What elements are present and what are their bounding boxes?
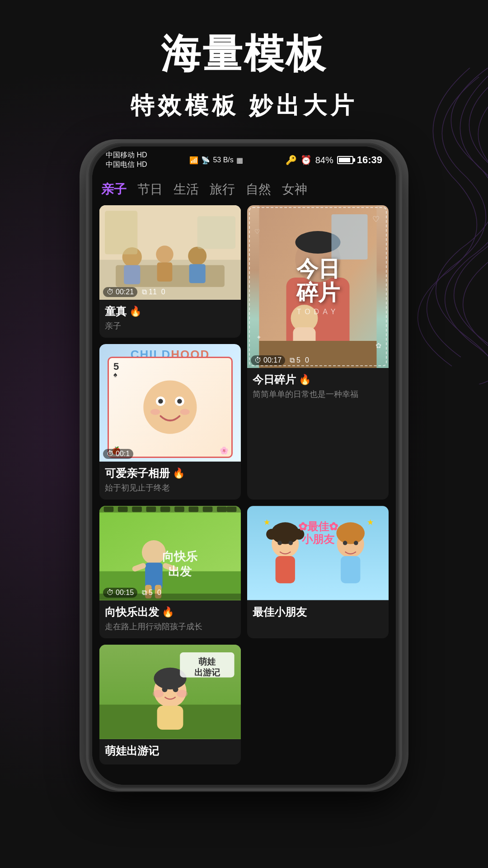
classroom-illustration <box>99 205 241 300</box>
svg-rect-69 <box>157 706 183 730</box>
likes-happy: ⧉ 5 <box>142 589 153 597</box>
likes-tongzhen: ⧉ 11 <box>142 288 157 296</box>
thumb-friends: ✿最佳✿ 小朋友 ★ ★ <box>247 506 389 600</box>
tab-nvsheng[interactable]: 女神 <box>282 181 307 198</box>
phone-screen: 中国移动 HD 中国电信 HD 📶 📡 53 B/s ▦ 🔑 ⏰ 84% 16:… <box>92 146 396 785</box>
svg-point-19 <box>143 381 197 434</box>
card-info-friends: 最佳小朋友 <box>247 600 389 626</box>
time-childhood: ⏱ 00:1 <box>103 449 133 459</box>
clock-icon-tongzhen: ⏱ <box>107 288 114 296</box>
svg-point-25 <box>180 409 190 415</box>
likes-father: ⧉ 5 <box>290 356 300 364</box>
star-deco: ✦ <box>256 334 262 341</box>
card-name-friends: 最佳小朋友 <box>253 605 383 619</box>
card-frame-childhood: 5 ♠ <box>108 357 233 458</box>
svg-rect-9 <box>105 211 137 254</box>
svg-rect-44 <box>188 507 198 512</box>
thumb-overlay-tongzhen: ⏱ 00:21 ⧉ 11 0 <box>103 287 165 297</box>
tab-shenghuo[interactable]: 生活 <box>174 181 199 198</box>
baby-face <box>121 377 219 437</box>
card-tongzhen[interactable]: ⏱ 00:21 ⧉ 11 0 <box>99 205 241 338</box>
phone-outer: 中国移动 HD 中国电信 HD 📶 📡 53 B/s ▦ 🔑 ⏰ 84% 16:… <box>86 140 402 791</box>
signal-icon: 📶 <box>189 156 198 165</box>
data-icon: ▦ <box>236 156 243 165</box>
childhood-bg: CHILDHOOD 5 ♠ <box>99 344 241 462</box>
overlay-sub-jrsuipian: TODAY <box>297 308 339 316</box>
card-jrsuipian[interactable]: 今日碎片 TODAY ♡ ♡ ✿ ✦ <box>247 205 389 500</box>
card-info-baby: 萌娃出游记 <box>99 739 241 764</box>
card-childhood[interactable]: CHILDHOOD 5 ♠ <box>99 344 241 500</box>
svg-point-24 <box>150 409 160 415</box>
svg-point-71 <box>173 687 178 692</box>
status-carriers: 中国移动 HD 中国电信 HD <box>106 151 147 170</box>
svg-text:出游记: 出游记 <box>194 668 221 677</box>
hero-subtitle: 特效模板 妙出大片 <box>0 90 488 122</box>
svg-point-60 <box>354 541 358 546</box>
time-display: 16:39 <box>357 154 382 166</box>
svg-rect-47 <box>227 507 237 512</box>
saves-tongzhen: 0 <box>161 288 165 296</box>
flower-deco: ✿ <box>375 341 381 350</box>
card-friends[interactable]: ✿最佳✿ 小朋友 ★ ★ 最佳小朋友 <box>247 506 389 638</box>
svg-rect-43 <box>174 507 184 512</box>
svg-text:✿最佳✿: ✿最佳✿ <box>298 521 338 533</box>
tab-ziran[interactable]: 自然 <box>246 181 271 198</box>
phone-mockup: 中国移动 HD 中国电信 HD 📶 📡 53 B/s ▦ 🔑 ⏰ 84% 16:… <box>86 140 402 791</box>
father-scene: 今日碎片 TODAY ♡ ♡ ✿ ✦ <box>247 205 389 368</box>
status-right: 🔑 ⏰ 84% 16:39 <box>286 154 382 166</box>
card-info-jrsuipian: 今日碎片 🔥 简简单单的日常也是一种幸福 <box>247 368 389 406</box>
svg-text:萌娃: 萌娃 <box>198 657 216 666</box>
svg-point-55 <box>288 541 293 546</box>
tab-qinzi[interactable]: 亲子 <box>101 181 127 198</box>
svg-point-52 <box>266 529 277 540</box>
thumb-jrsuipian: 今日碎片 TODAY ♡ ♡ ✿ ✦ <box>247 205 389 368</box>
svg-rect-8 <box>189 264 206 283</box>
status-bar: 中国移动 HD 中国电信 HD 📶 📡 53 B/s ▦ 🔑 ⏰ 84% 16:… <box>92 146 396 174</box>
svg-rect-39 <box>118 507 128 512</box>
svg-point-23 <box>177 399 182 404</box>
flame-icon-jrsuipian: 🔥 <box>299 374 311 386</box>
tab-lvxing[interactable]: 旅行 <box>210 181 235 198</box>
card-name-tongzhen: 童真 🔥 <box>105 304 235 319</box>
svg-rect-10 <box>197 216 235 249</box>
thumb-childhood: CHILDHOOD 5 ♠ <box>99 344 241 462</box>
svg-rect-41 <box>146 507 156 512</box>
speed-text: 53 B/s <box>213 156 233 164</box>
svg-point-58 <box>336 523 365 544</box>
svg-point-59 <box>343 541 347 546</box>
svg-point-72 <box>153 690 164 698</box>
svg-rect-42 <box>160 507 170 512</box>
battery-icon <box>337 156 353 164</box>
saves-father: 0 <box>305 356 309 364</box>
card-suit: ♠ <box>113 371 117 379</box>
card-name-baby: 萌娃出游记 <box>105 744 235 758</box>
happy-illustration: 向快乐 出发 <box>99 506 241 600</box>
time-tongzhen: ⏱ 00:21 <box>103 287 137 297</box>
heart-deco-2: ♡ <box>254 228 260 235</box>
svg-rect-38 <box>104 507 114 512</box>
svg-point-70 <box>162 687 167 692</box>
card-name-jrsuipian: 今日碎片 🔥 <box>253 373 383 387</box>
thumb-baby: 萌娃 出游记 <box>99 645 241 739</box>
svg-text:向快乐: 向快乐 <box>162 550 197 563</box>
svg-text:出发: 出发 <box>168 565 192 579</box>
thumb-overlay-father: ⏱ 00:17 ⧉ 5 0 <box>251 355 309 365</box>
flame-icon-tongzhen: 🔥 <box>129 306 141 317</box>
card-baby[interactable]: 萌娃 出游记 萌娃出游记 <box>99 645 241 764</box>
card-happy[interactable]: 向快乐 出发 <box>99 506 241 638</box>
flower-deco-bottom: 🌸 <box>220 446 229 455</box>
svg-rect-4 <box>124 265 140 284</box>
svg-rect-46 <box>217 507 227 512</box>
thumb-overlay-happy: ⏱ 00:15 ⧉ 5 0 <box>103 588 161 598</box>
thumb-tongzhen: ⏱ 00:21 ⧉ 11 0 <box>99 205 241 300</box>
svg-rect-45 <box>203 507 213 512</box>
tab-jieri[interactable]: 节日 <box>137 181 163 198</box>
lock-icon: 🔑 <box>286 155 297 165</box>
card-info-tongzhen: 童真 🔥 亲子 <box>99 300 241 338</box>
svg-rect-57 <box>341 556 360 583</box>
alarm-icon: ⏰ <box>300 155 312 165</box>
thumb-happy: 向快乐 出发 <box>99 506 241 600</box>
overlay-text-jrsuipian: 今日碎片 <box>296 257 340 305</box>
heart-deco-1: ♡ <box>372 214 380 224</box>
classroom-scene <box>99 205 241 300</box>
